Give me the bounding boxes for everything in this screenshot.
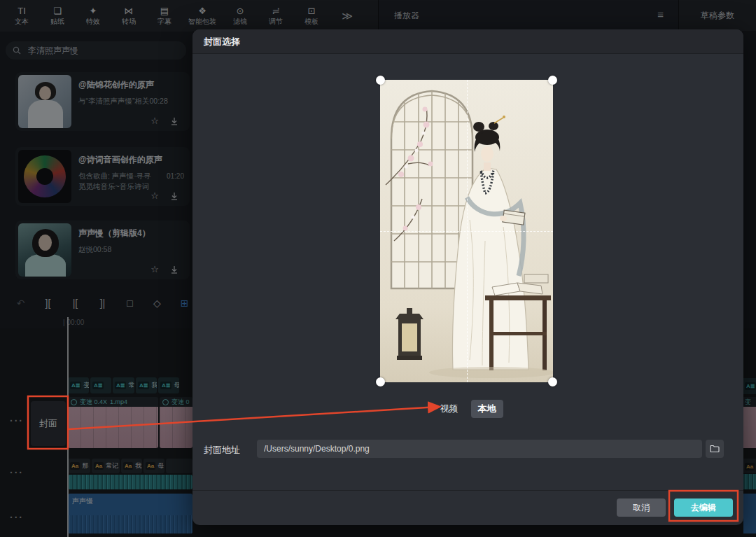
cancel-button[interactable]: 取消 — [617, 498, 666, 517]
app-root: TI文本 ❏贴纸 ✦特效 ⋈转场 ▤字幕 ❖智能包装 ⊙滤镜 ≓调节 ⊡模板 ≫… — [0, 0, 756, 537]
dialog-header: 封面选择 — [192, 29, 743, 54]
tab-local[interactable]: 本地 — [471, 400, 503, 418]
dialog-title: 封面选择 — [192, 29, 240, 48]
folder-icon — [710, 445, 720, 453]
crop-handle-bottom-left[interactable] — [376, 377, 385, 386]
cover-select-dialog: 封面选择 — [192, 29, 743, 525]
cover-crop-area[interactable] — [380, 80, 553, 382]
browse-folder-button[interactable] — [706, 440, 724, 458]
cover-address-row: 封面地址 — [192, 440, 743, 458]
crop-handle-top-left[interactable] — [376, 76, 385, 85]
tab-video[interactable]: 视频 — [433, 400, 465, 418]
cover-address-input[interactable] — [257, 440, 702, 458]
crop-handle-top-right[interactable] — [548, 76, 557, 85]
cover-address-label: 封面地址 — [204, 444, 240, 456]
dialog-footer: 取消 去编辑 — [192, 490, 743, 525]
go-edit-button[interactable]: 去编辑 — [674, 498, 733, 517]
crop-handle-bottom-right[interactable] — [548, 377, 557, 386]
crop-guide-horizontal — [380, 231, 553, 232]
cover-source-tabs: 视频 本地 — [192, 400, 743, 418]
